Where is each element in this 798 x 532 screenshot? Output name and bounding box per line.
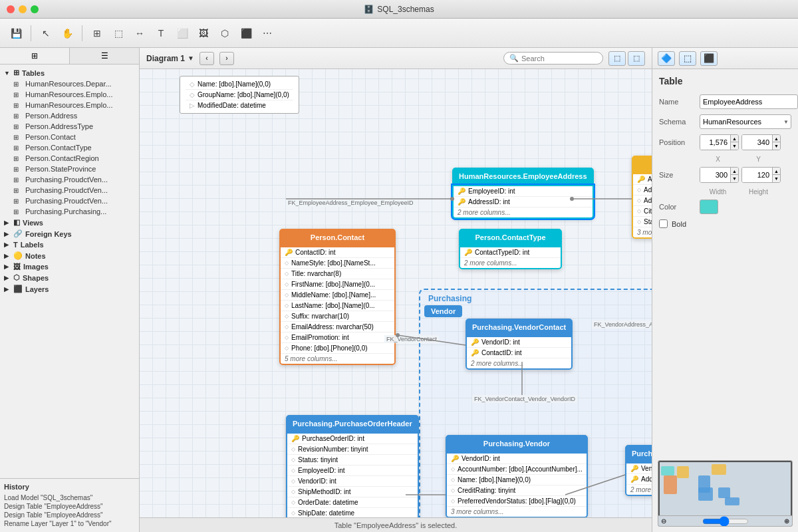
chevron-right-icon: ▶ — [4, 253, 11, 259]
width-spin-up[interactable]: ▲ — [730, 168, 738, 175]
views-section-header[interactable]: ▶ ◧ Views — [0, 217, 139, 228]
image-tool-button[interactable]: 🖼 — [194, 24, 213, 43]
notes-section-header[interactable]: ▶ 🟡 Notes — [0, 250, 139, 261]
notes-label: Notes — [25, 252, 46, 260]
sidebar-item-person-address[interactable]: ⊞ Person.Address — [0, 110, 139, 121]
x-spin-up[interactable]: ▲ — [730, 135, 738, 142]
table-employee-address[interactable]: HumanResources.EmployeeAddress 🔑 Employe… — [452, 168, 594, 219]
size-label: Size — [659, 171, 696, 179]
maximize-button[interactable] — [31, 5, 39, 13]
save-button[interactable]: 💾 — [7, 24, 25, 43]
sidebar-item-person-stateprovince[interactable]: ⊞ Person.StateProvince — [0, 164, 139, 174]
table-vendor-contact[interactable]: Purchasing.VendorContact 🔑 VendorID: int… — [466, 319, 573, 370]
table-header: Person.ContactType — [459, 229, 562, 246]
table-person-contact[interactable]: Person.Contact 🔑 ContactID: int ◇ NameSt… — [279, 229, 396, 365]
history-item-1[interactable]: Load Model "SQL_3schemas" — [4, 493, 135, 502]
width-input[interactable] — [700, 168, 730, 182]
sidebar-item-purchasing-purchasing[interactable]: ⊞ Purchasing.Purchasing... — [0, 206, 139, 217]
shape-tool-button[interactable]: ⬡ — [215, 24, 234, 43]
sidebar-item-person-addresstype[interactable]: ⊞ Person.AddressType — [0, 121, 139, 132]
height-spin: ▲ ▼ — [772, 168, 780, 182]
height-input-wrap: ▲ ▼ — [741, 167, 781, 183]
x-position-input[interactable] — [700, 135, 730, 150]
table-purchase-order-header[interactable]: Purchasing.PurchaseOrderHeader 🔑 Purchas… — [286, 415, 419, 517]
history-item-3[interactable]: Design Table "EmployeeAddress" — [4, 511, 135, 519]
name-row: Name — [659, 94, 791, 109]
labels-section-header[interactable]: ▶ T Labels — [0, 239, 139, 250]
zoom-slider[interactable] — [702, 519, 749, 524]
sidebar-item-person-contact[interactable]: ⊞ Person.Contact — [0, 132, 139, 142]
relation-tool-button[interactable]: ↔ — [130, 24, 149, 43]
table-name: Person.ContactRegion — [25, 154, 99, 162]
sidebar-tab-layers[interactable]: ☰ — [70, 48, 139, 64]
shapes-section: ▶ ⬡ Shapes — [0, 272, 139, 283]
sidebar-item-purchasing-1[interactable]: ⊞ Purchasing.ProudctVen... — [0, 174, 139, 185]
sidebar-item-person-contactregion[interactable]: ⊞ Person.ContactRegion — [0, 153, 139, 164]
view-tool-button[interactable]: ⬚ — [109, 24, 128, 43]
table-vendor-address[interactable]: Purchasing.VendorAddress 🔑 VendorID: int… — [625, 445, 652, 496]
close-button[interactable] — [7, 5, 15, 13]
mini-map[interactable]: ⊖ ⊕ — [658, 460, 793, 527]
dual-view-button-1[interactable]: ⬚ — [608, 51, 626, 66]
tables-section-header[interactable]: ▼ ⊞ Tables — [0, 67, 139, 78]
sidebar-item-hr-emplo1[interactable]: ⊞ HumanResources.Emplo... — [0, 89, 139, 100]
table-person-contacttype[interactable]: Person.ContactType 🔑 ContactTypeID: int … — [459, 229, 562, 269]
table-header: Purchasing.PurchaseOrderHeader — [286, 415, 419, 432]
sidebar-item-hr-emplo2[interactable]: ⊞ HumanResources.Emplo... — [0, 100, 139, 110]
3d-icon-button[interactable]: 🔷 — [658, 51, 675, 66]
name-input[interactable] — [700, 94, 798, 109]
diamond-icon: ◇ — [291, 467, 295, 473]
table-purchasing-vendor[interactable]: Purchasing.Vendor 🔑 VendorID: int ◇ Acco… — [446, 435, 588, 517]
more-tool-button[interactable]: ⋯ — [258, 24, 277, 43]
shapes-label: Shapes — [23, 274, 49, 282]
layer-tool-button[interactable]: ⬛ — [237, 24, 255, 43]
foreign-keys-section-header[interactable]: ▶ 🔗 Foreign Keys — [0, 228, 139, 239]
table-row: ◇ EmployeeID: int — [287, 466, 418, 476]
table-row: ◇ ShipDate: datetime — [287, 508, 418, 517]
dual-view-button-2[interactable]: ⬚ — [628, 51, 645, 66]
table-row: 🔑 AddressID: int — [454, 197, 593, 207]
table-view-button[interactable]: ⬚ — [679, 51, 696, 66]
shapes-section-header[interactable]: ▶ ⬡ Shapes — [0, 272, 139, 283]
sidebar-item-hr-depar[interactable]: ⊞ HumanResources.Depar... — [0, 78, 139, 89]
x-spin-down[interactable]: ▼ — [730, 142, 738, 150]
mini-map-toolbar: ⊖ ⊕ — [658, 515, 792, 526]
y-position-input[interactable] — [742, 135, 772, 150]
height-spin-down[interactable]: ▼ — [772, 175, 780, 182]
height-spin-up[interactable]: ▲ — [772, 168, 780, 175]
width-spin: ▲ ▼ — [730, 168, 738, 182]
text-tool-button[interactable]: T — [152, 24, 170, 43]
history-item-4[interactable]: Rename Layer "Layer 1" to "Vendor" — [4, 519, 135, 528]
history-item-2[interactable]: Design Table "EmployeeAddress" — [4, 502, 135, 511]
sidebar-tab-objects[interactable]: ⊞ — [0, 48, 70, 64]
mini-map-expand[interactable]: ⊕ — [784, 517, 789, 525]
search-input[interactable] — [521, 55, 597, 63]
prev-diagram-button[interactable]: ‹ — [200, 52, 214, 65]
next-diagram-button[interactable]: › — [219, 52, 234, 65]
schema-select[interactable]: HumanResources Person Purchasing — [700, 114, 791, 129]
table-row: 🔑 VendorID: int — [467, 337, 571, 348]
diamond-icon: ◇ — [291, 499, 295, 505]
minimize-button[interactable] — [19, 5, 27, 13]
pan-tool-button[interactable]: ✋ — [58, 24, 76, 43]
table-name: Person.Contact — [25, 133, 76, 141]
layers-section-header[interactable]: ▶ ⬛ Layers — [0, 283, 139, 295]
panel-view-button[interactable]: ⬛ — [700, 51, 718, 66]
y-spin-up[interactable]: ▲ — [772, 135, 780, 142]
color-swatch[interactable] — [700, 200, 718, 214]
y-spin-down[interactable]: ▼ — [772, 142, 780, 150]
note-tool-button[interactable]: ⬜ — [173, 24, 192, 43]
sidebar-item-purchasing-2[interactable]: ⊞ Purchasing.ProudctVen... — [0, 185, 139, 196]
layers-icon: ☰ — [101, 51, 108, 61]
bold-checkbox[interactable] — [659, 219, 668, 228]
table-tool-button[interactable]: ⊞ — [88, 24, 106, 43]
width-spin-down[interactable]: ▼ — [730, 175, 738, 182]
sidebar-item-purchasing-3[interactable]: ⊞ Purchasing.ProudctVen... — [0, 196, 139, 206]
select-tool-button[interactable]: ↖ — [37, 24, 55, 43]
images-section-header[interactable]: ▶ 🖼 Images — [0, 261, 139, 272]
mini-map-shrink[interactable]: ⊖ — [661, 517, 666, 525]
sidebar-item-person-contacttype[interactable]: ⊞ Person.ContactType — [0, 142, 139, 153]
table-person-address[interactable]: Person.Address 🔑 AddressID: int ◇ Addres… — [632, 156, 652, 239]
diagram-canvas[interactable]: ◇ Name: [dbo].[Name](0,0) ◇ GroupName: [… — [140, 69, 652, 517]
height-input[interactable] — [742, 168, 772, 182]
